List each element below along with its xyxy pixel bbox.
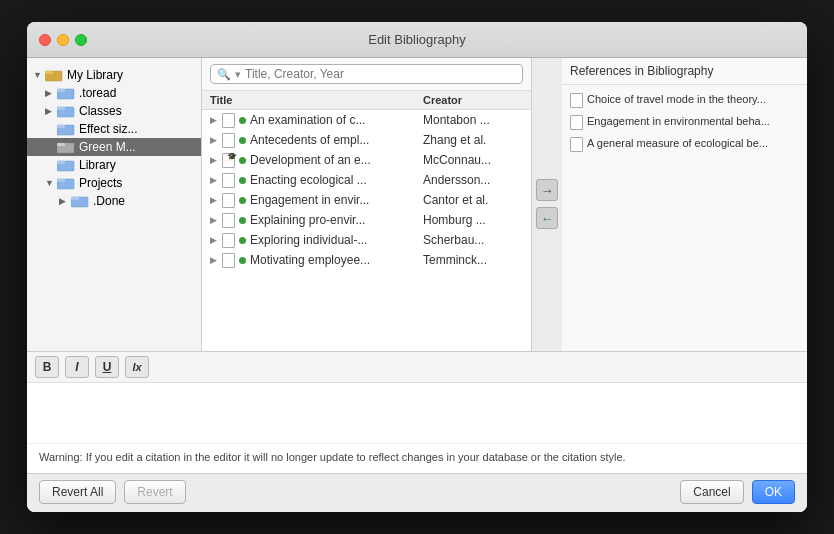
reference-item[interactable]: A general measure of ecological be... [566,133,803,155]
chevron-down-icon: ▼ [45,178,57,188]
status-dot [239,237,246,244]
search-input-wrap[interactable]: 🔍 ▾ [210,64,523,84]
sidebar-label: Effect siz... [79,122,137,136]
row-expand-icon: ▶ [210,195,220,205]
table-row[interactable]: ▶ An examination of c... Montabon ... [202,110,531,130]
folder-icon [57,176,75,190]
row-title: Engagement in envir... [250,193,423,207]
folder-icon [57,140,75,154]
table-row[interactable]: ▶ Enacting ecological ... Andersson... [202,170,531,190]
row-creator: Homburg ... [423,213,523,227]
sidebar-label: .Done [93,194,125,208]
table-header: Title Creator [202,91,531,110]
row-creator: Zhang et al. [423,133,523,147]
table-body: ▶ An examination of c... Montabon ... ▶ … [202,110,531,351]
sidebar-label: .toread [79,86,116,100]
revert-all-button[interactable]: Revert All [39,480,116,504]
row-title: Motivating employee... [250,253,423,267]
sidebar-item-effect-size[interactable]: Effect siz... [27,120,201,138]
chevron-right-icon: ▶ [45,88,57,98]
row-creator: Scherbau... [423,233,523,247]
italic-button[interactable]: I [65,356,89,378]
transfer-buttons: → ← [532,58,562,351]
sidebar-label: My Library [67,68,123,82]
row-title: Explaining pro-envir... [250,213,423,227]
chevron-down-icon: ▼ [33,70,45,80]
sidebar-item-green-m[interactable]: Green M... [27,138,201,156]
row-expand-icon: ▶ [210,155,220,165]
doc-icon [570,137,583,152]
doc-icon [220,172,236,188]
search-icon: 🔍 [217,68,231,81]
doc-icon [220,152,236,168]
reference-item[interactable]: Choice of travel mode in the theory... [566,89,803,111]
folder-icon [57,86,75,100]
window-title: Edit Bibliography [368,32,466,47]
sidebar-item-my-library[interactable]: ▼ My Library [27,66,201,84]
svg-rect-7 [57,125,65,128]
table-row[interactable]: ▶ Explaining pro-envir... Homburg ... [202,210,531,230]
close-button[interactable] [39,34,51,46]
col-creator-header: Creator [423,94,523,106]
warning-text: Warning: If you edit a citation in the e… [27,443,807,473]
status-dot [239,157,246,164]
col-title-header: Title [210,94,423,106]
doc-icon [220,192,236,208]
underline-button[interactable]: U [95,356,119,378]
search-bar: 🔍 ▾ [202,58,531,91]
reference-item[interactable]: Engagement in environmental beha... [566,111,803,133]
doc-icon [220,212,236,228]
row-title: An examination of c... [250,113,423,127]
table-row[interactable]: ▶ Motivating employee... Temminck... [202,250,531,270]
status-dot [239,137,246,144]
bottom-section: B I U Ix Warning: If you edit a citation… [27,351,807,512]
doc-icon [220,252,236,268]
cancel-button[interactable]: Cancel [680,480,743,504]
row-creator: Montabon ... [423,113,523,127]
remove-from-bibliography-button[interactable]: ← [536,207,558,229]
right-buttons: Cancel OK [680,480,795,504]
citation-editor[interactable] [27,383,807,443]
status-dot [239,197,246,204]
traffic-lights [39,34,87,46]
row-creator: Cantor et al. [423,193,523,207]
folder-icon [57,158,75,172]
row-expand-icon: ▶ [210,215,220,225]
maximize-button[interactable] [75,34,87,46]
folder-icon [57,104,75,118]
add-to-bibliography-button[interactable]: → [536,179,558,201]
row-title: Exploring individual-... [250,233,423,247]
minimize-button[interactable] [57,34,69,46]
sidebar-label: Green M... [79,140,136,154]
table-row[interactable]: ▶ Antecedents of empl... Zhang et al. [202,130,531,150]
table-row[interactable]: ▶ Exploring individual-... Scherbau... [202,230,531,250]
svg-rect-3 [57,89,65,92]
ref-text: Choice of travel mode in the theory... [587,92,766,106]
sidebar-item-library[interactable]: Library [27,156,201,174]
revert-button[interactable]: Revert [124,480,185,504]
sidebar-item-projects[interactable]: ▼ Projects [27,174,201,192]
status-dot [239,177,246,184]
svg-rect-13 [57,179,65,182]
row-creator: Temminck... [423,253,523,267]
sidebar-item-toread[interactable]: ▶ .toread [27,84,201,102]
ok-button[interactable]: OK [752,480,795,504]
references-list: Choice of travel mode in the theory... E… [562,85,807,351]
row-title: Enacting ecological ... [250,173,423,187]
folder-icon [45,68,63,82]
strikethrough-button[interactable]: Ix [125,356,149,378]
svg-rect-1 [45,71,53,74]
row-creator: Andersson... [423,173,523,187]
doc-icon [570,93,583,108]
row-creator: McConnau... [423,153,523,167]
row-title: Antecedents of empl... [250,133,423,147]
sidebar-item-classes[interactable]: ▶ Classes [27,102,201,120]
search-input[interactable] [245,67,516,81]
row-expand-icon: ▶ [210,255,220,265]
sidebar-item-done[interactable]: ▶ .Done [27,192,201,210]
table-row[interactable]: ▶ Engagement in envir... Cantor et al. [202,190,531,210]
titlebar: Edit Bibliography [27,22,807,58]
table-row[interactable]: ▶ Development of an e... McConnau... [202,150,531,170]
folder-icon [71,194,89,208]
bold-button[interactable]: B [35,356,59,378]
